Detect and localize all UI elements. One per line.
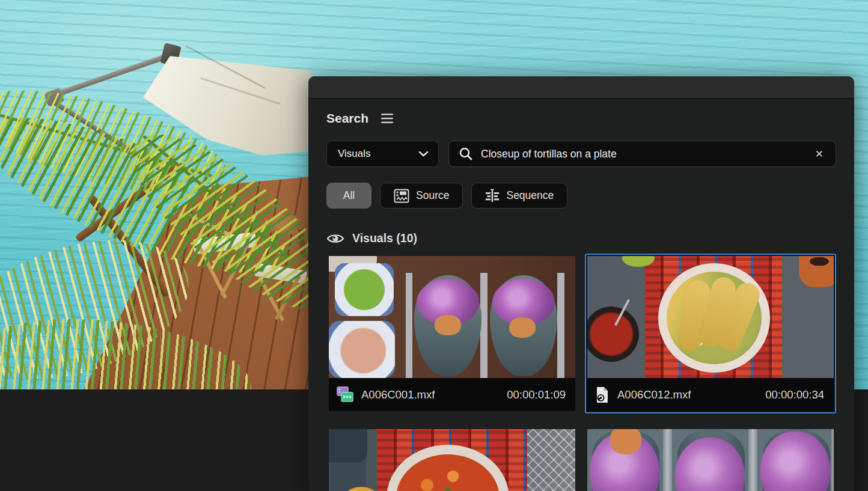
proxy-file-icon [595, 386, 610, 403]
scope-dropdown-value: Visuals [338, 148, 371, 160]
filter-all-button[interactable]: All [326, 183, 371, 209]
filter-sequence-label: Sequence [506, 189, 554, 202]
clip-av-icon [337, 386, 353, 403]
sequence-icon [485, 189, 500, 203]
premiere-pro-window: 00:00:00:00 Fit Search Vi [0, 0, 868, 491]
search-panel-body: Search Visuals [308, 111, 854, 491]
filter-source-label: Source [416, 189, 449, 202]
search-panel: Search Visuals [308, 76, 854, 491]
clip-filename: A006C001.mxf [361, 388, 435, 401]
clip-filename: A006C012.mxf [617, 388, 691, 401]
results-section-heading: Visuals (10) [352, 231, 417, 245]
eye-icon [326, 232, 344, 245]
filter-sequence-button[interactable]: Sequence [471, 183, 567, 209]
tile-footer: A006C012.mxf 00:00:00:34 [587, 378, 834, 411]
result-tile[interactable]: A006C001.mxf 00:00:01:09 [326, 254, 578, 413]
thumbnail-blue-corn-tacos-closeup [587, 429, 834, 491]
clear-search-icon[interactable]: ✕ [813, 148, 826, 160]
chevron-down-icon [418, 151, 429, 157]
thumbnail-green-enchiladas-plate [587, 256, 834, 378]
tile-footer: A006C001.mxf 00:00:01:09 [329, 378, 575, 411]
thumbnail-blue-corn-tacos-with-salsas [329, 256, 575, 378]
panel-title: Search [326, 111, 368, 126]
panel-tab-bar [308, 76, 854, 99]
hamburger-menu-icon[interactable] [381, 113, 394, 124]
clip-duration: 00:00:01:09 [507, 388, 566, 401]
result-tile[interactable] [585, 427, 836, 491]
filter-all-label: All [343, 189, 355, 202]
result-tile-selected[interactable]: A006C012.mxf 00:00:00:34 [585, 254, 836, 413]
search-field[interactable]: ✕ [448, 141, 836, 167]
search-input[interactable] [481, 148, 805, 160]
results-grid: A006C001.mxf 00:00:01:09 [326, 254, 836, 491]
result-tile[interactable] [326, 427, 578, 491]
clip-duration: 00:00:00:34 [765, 388, 824, 401]
filter-source-button[interactable]: Source [380, 183, 463, 209]
thumbnail-red-stew-bowl-on-textile [329, 429, 575, 491]
scope-dropdown[interactable]: Visuals [326, 141, 439, 167]
source-clip-icon [394, 189, 409, 203]
search-icon [459, 147, 473, 161]
